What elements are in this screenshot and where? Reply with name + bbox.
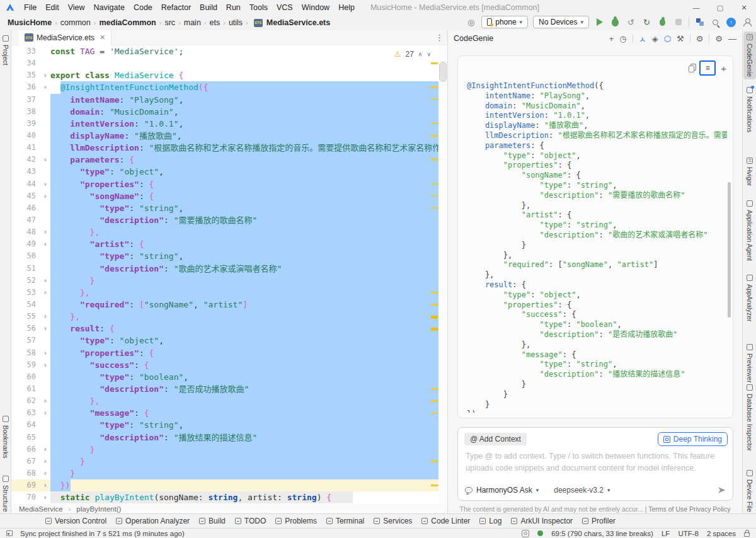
indent-setting[interactable]: 2 spaces — [707, 530, 736, 537]
breadcrumb-item[interactable]: utils — [227, 18, 244, 27]
fold-icon[interactable]: ∧ — [40, 226, 50, 238]
fold-icon[interactable]: ∨ — [40, 359, 50, 371]
fold-icon[interactable]: ∨ — [40, 491, 50, 503]
toolwindow-problems[interactable]: Problems — [275, 517, 317, 525]
deep-thinking-button[interactable]: Deep Thinking — [658, 432, 728, 446]
fold-icon[interactable]: ∨ — [40, 69, 50, 81]
minimize-button[interactable]: — — [684, 0, 708, 15]
history-icon[interactable]: ◷ — [619, 34, 626, 43]
breadcrumb-item[interactable]: MusicHome — [6, 18, 53, 27]
panel-gear-icon[interactable]: ⚙ — [715, 34, 723, 43]
fold-icon[interactable]: ∧ — [40, 479, 50, 491]
menu-edit[interactable]: Edit — [41, 2, 64, 13]
editor-line-49[interactable]: 49∨ "artist": { — [11, 238, 438, 250]
tool-strip-previewer[interactable]: Previewer — [743, 341, 756, 386]
attach-profiler-button[interactable]: ↺ — [626, 17, 636, 28]
model-selector[interactable]: deepseek-v3.2 — [554, 486, 604, 495]
editor-line-68[interactable]: 68∧ } — [11, 467, 438, 479]
editor-line-44[interactable]: 44∨ "properties": { — [11, 178, 438, 190]
tool-strip-hvigor[interactable]: HHvigor — [743, 155, 756, 188]
health-dot-icon[interactable] — [537, 530, 543, 536]
debug-restart-button[interactable] — [657, 17, 668, 28]
fold-icon[interactable]: ∨ — [40, 190, 50, 202]
editor-line-35[interactable]: 35∨export class MediaService { — [11, 69, 438, 81]
toolwindow-arkui-inspector[interactable]: ArkUI Inspector — [511, 517, 573, 525]
editor-line-37[interactable]: 37 intentName: "PlaySong", — [11, 94, 438, 106]
editor-line-34[interactable]: 34 — [11, 57, 438, 69]
toolwindow-version-control[interactable]: Version Control — [45, 517, 106, 525]
privacy-link[interactable]: Privacy Policy — [689, 505, 730, 513]
editor-line-41[interactable]: 41 llmDescription: "根据歌曲名称和艺术家名称播放指定的音乐。… — [11, 142, 438, 154]
copy-code-icon[interactable] — [689, 66, 694, 72]
breadcrumb-file[interactable]: MediaService.ets — [265, 18, 331, 27]
fold-icon[interactable]: ∨ — [40, 178, 50, 190]
lock-icon[interactable] — [744, 532, 750, 537]
editor-line-64[interactable]: 64 "type": "string", — [11, 419, 438, 431]
menu-run[interactable]: Run — [222, 2, 245, 13]
tool-strip-appanalyzer[interactable]: AppAnalyzer — [743, 272, 756, 324]
tools-icon[interactable]: ⚒ — [677, 34, 684, 43]
editor-line-62[interactable]: 62∧ }, — [11, 395, 438, 407]
tool-strip-application-agent[interactable]: Application Agent — [743, 198, 756, 263]
target-icon[interactable]: ◎ — [466, 17, 476, 28]
breadcrumb-item[interactable]: common — [59, 18, 92, 27]
editor-line-58[interactable]: 58∨ "properties": { — [11, 347, 438, 359]
menu-build[interactable]: Build — [195, 2, 222, 13]
card-scrollbar-thumb[interactable] — [728, 182, 731, 318]
editor-line-63[interactable]: 63∨ "message": { — [11, 407, 438, 419]
fold-icon[interactable]: ∧ — [40, 311, 50, 323]
editor-line-47[interactable]: 47 "description": "需要播放的歌曲名称" — [11, 214, 438, 226]
toolwindow-operation-analyzer[interactable]: Operation Analyzer — [116, 517, 190, 525]
toolwindow-profiler[interactable]: Profiler — [582, 517, 616, 525]
editor-options-kebab-icon[interactable]: ⋮ — [435, 33, 444, 42]
editor-line-45[interactable]: 45∨ "songName": { — [11, 190, 438, 202]
editor-line-65[interactable]: 65 "description": "播放结果的描述信息" — [11, 432, 438, 444]
breadcrumb-item[interactable]: main — [183, 18, 202, 27]
toolwindow-todo[interactable]: TODO — [235, 517, 266, 525]
fold-icon[interactable]: ∨ — [40, 407, 50, 419]
scrollbar-thumb[interactable] — [439, 62, 447, 82]
fold-icon[interactable]: ∨ — [40, 81, 50, 93]
menu-window[interactable]: Window — [297, 2, 334, 13]
tab-mediaservice[interactable]: ETS MediaService.ets ✕ — [19, 30, 112, 45]
settings-gear-icon[interactable]: ⚙ — [696, 34, 704, 43]
editor-line-48[interactable]: 48∧ }, — [11, 226, 438, 238]
tool-strip-structure[interactable]: Structure — [0, 473, 11, 515]
add-code-icon[interactable]: + — [721, 63, 726, 74]
menu-refactor[interactable]: Refactor — [157, 2, 195, 13]
fold-icon[interactable]: ∧ — [40, 455, 50, 467]
editor-line-70[interactable]: 70∨ static playByIntent(songName: string… — [11, 491, 438, 503]
editor-line-39[interactable]: 39 intentVersion: "1.0.1", — [11, 118, 438, 130]
tool-strip-project[interactable]: Project — [0, 33, 11, 68]
fold-icon[interactable]: ∨ — [40, 347, 50, 359]
prev-warning-icon[interactable]: ∧ — [418, 51, 423, 57]
profile-avatar-button[interactable] — [742, 17, 752, 28]
terms-link[interactable]: Terms of Use — [648, 505, 687, 513]
run-button[interactable] — [594, 17, 605, 28]
fold-icon[interactable]: ∨ — [40, 154, 50, 166]
menu-navigate[interactable]: Navigate — [89, 2, 129, 13]
tag-icon[interactable]: ◈ — [652, 34, 658, 43]
next-warning-icon[interactable]: ∨ — [427, 51, 431, 57]
breadcrumb-item[interactable]: ets — [209, 18, 222, 27]
editor-line-66[interactable]: 66∧ } — [11, 444, 438, 455]
tool-strip-notifications[interactable]: Notifications — [743, 84, 756, 135]
editor-line-53[interactable]: 53∧ }, — [11, 287, 438, 299]
hide-panel-icon[interactable]: — — [728, 34, 736, 43]
line-ending[interactable]: LF — [662, 530, 670, 537]
mode-selector[interactable]: HarmonyOS Ask — [476, 486, 532, 495]
editor-line-38[interactable]: 38 domain: "MusicDomain", — [11, 106, 438, 118]
fold-icon[interactable]: ∨ — [40, 323, 50, 335]
menu-tools[interactable]: Tools — [245, 2, 272, 13]
fold-icon[interactable]: ∧ — [40, 444, 50, 455]
new-chat-icon[interactable]: + — [609, 34, 614, 43]
caret-position[interactable]: 69:5 (790 chars, 33 line breaks) — [551, 530, 653, 537]
fold-icon[interactable]: ∧ — [40, 275, 50, 287]
close-button[interactable]: ✕ — [732, 0, 756, 15]
menu-code[interactable]: Code — [129, 2, 157, 13]
editor-line-51[interactable]: 51 "description": "歌曲的艺术家或演唱者名称" — [11, 263, 438, 275]
editor-line-33[interactable]: 33const TAG = 'MediaService'; — [11, 45, 438, 57]
toolwindow-services[interactable]: Services — [374, 517, 412, 525]
editor-line-46[interactable]: 46 "type": "string", — [11, 202, 438, 214]
add-context-chip[interactable]: @ Add Context — [464, 433, 527, 445]
